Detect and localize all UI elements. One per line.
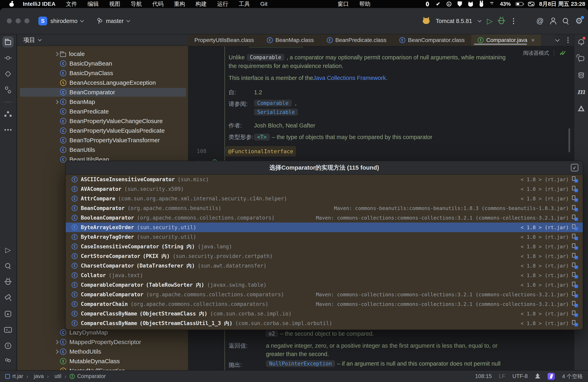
breadcrumb-item[interactable]: › java [23,373,44,380]
database-tool-button[interactable] [576,69,587,80]
breadcrumb-item[interactable]: › Comparator [62,373,106,380]
commit-tool-button[interactable] [2,52,14,63]
run-tool-button[interactable] [2,244,14,256]
lingma-plugin-button[interactable] [576,103,587,114]
tree-item[interactable]: BeanUtils [17,145,188,155]
problems-tool-button[interactable] [2,340,14,351]
editor-scrollbar-thumb[interactable] [568,128,570,152]
ComparableComparator[interactable]: ComparableComparator (TableRowSorter 内) … [66,280,583,290]
editor-tab[interactable]: Comparator.java [471,34,541,46]
run-configuration[interactable]: Tomcat 8.5.81 [436,18,472,24]
zoom-window-button[interactable] [24,18,29,23]
file-encoding[interactable]: UTF-8 [512,373,528,379]
debug-tool-button[interactable] [2,276,14,287]
toolbar-divider[interactable] [2,100,14,103]
settings-gear-icon[interactable] [575,17,583,25]
menu-item[interactable]: 重构 [168,0,190,8]
tray-app-icon-1[interactable] [424,1,430,7]
tray-app-icon-5[interactable] [468,1,474,7]
version-control-tool-button[interactable] [2,356,14,367]
menu-item[interactable]: 文件 [61,0,82,8]
hidden-tabs-chevron-icon[interactable] [555,37,560,42]
editor-tab[interactable]: BeanMap.class [260,34,320,46]
open-in-find-window-icon[interactable] [571,164,578,172]
ComparableComparator[interactable]: ComparableComparator (org.apache.commons… [66,290,583,299]
reader-mode-toggle[interactable]: 阅读器模式 [523,50,567,57]
minimize-window-button[interactable] [16,18,21,23]
tree-item[interactable]: BeanAccessLanguageException [17,78,188,88]
CompareClassByName[interactable]: CompareClassByName (ObjectStreamClassUti… [66,319,583,328]
expand-arrow-icon[interactable] [53,350,60,353]
close-window-button[interactable] [7,18,12,23]
editor-tab[interactable]: PropertyUtilsBean.class [188,34,260,46]
tree-item[interactable]: BasicDynaClass [17,68,188,78]
ComparatorChain[interactable]: ComparatorChain (org.apache.commons.coll… [66,299,583,309]
tree-item[interactable]: BeanComparator [17,88,188,97]
popup-header[interactable]: 选择Comparator的实现方法 (115 found) [66,161,583,175]
run-button[interactable] [487,17,493,25]
expand-arrow-icon[interactable] [53,100,60,103]
menu-item[interactable]: 构建 [190,0,212,8]
Collator[interactable]: Collator (java.text) < 1.8 > (rt.jar) [66,270,583,280]
AVAComparator[interactable]: AVAComparator (sun.security.x509) < 1.8 … [66,184,583,194]
modules-tool-button[interactable] [2,68,14,79]
menu-item[interactable]: 工具 [233,0,255,8]
tray-app-icon-3[interactable] [446,1,452,7]
tree-item[interactable]: locale [17,49,188,59]
tray-app-icon-2[interactable] [435,1,441,7]
serializable-link-chip[interactable]: Serializable [254,109,298,115]
structure-tool-button[interactable] [2,108,14,119]
java-collections-framework-link[interactable]: Java Collections Framework [313,74,386,82]
tree-item[interactable]: BasicDynaBean [17,59,188,68]
tree-item[interactable]: BeanPredicate [17,107,188,116]
tree-item[interactable]: MethodUtils [17,347,188,356]
CaseInsensitiveComparator[interactable]: CaseInsensitiveComparator (String 内) (ja… [66,242,583,251]
maven-tool-button[interactable] [576,86,587,97]
menu-item[interactable]: 帮助 [354,0,376,8]
menu-item[interactable]: Git [255,1,273,7]
expand-arrow-icon[interactable] [53,53,60,56]
code-line-108[interactable]: 108 @FunctionalInterface [188,146,574,156]
menu-item[interactable]: 视图 [104,0,126,8]
search-everywhere-button[interactable] [2,260,14,271]
indent-setting[interactable]: 4 个空格 [562,373,583,380]
comparable-link-chip[interactable]: Comparable [254,100,292,107]
editor-tab[interactable]: BeanComparator.class [393,34,471,46]
project-tool-button[interactable] [2,36,14,48]
build-tool-button[interactable] [2,292,14,304]
more-tools-button[interactable] [2,124,14,135]
lingma-status-icon[interactable] [547,373,555,380]
interface-gutter-icon[interactable] [211,159,218,161]
menu-item[interactable]: 导航 [126,0,147,8]
pine-tree-icon[interactable] [535,373,540,380]
menu-item[interactable]: IntelliJ IDEA [18,1,61,7]
tree-item[interactable]: BeanPropertyValueChangeClosure [17,116,188,126]
tree-item[interactable]: MutableDynaClass [17,356,188,366]
breadcrumb-item[interactable]: rt.jar [5,373,23,379]
code-line-109-clipped[interactable]: 109 public interface Comparator<T> { [188,158,574,161]
terminal-tool-button[interactable] [2,324,14,335]
wifi-icon[interactable] [489,1,495,7]
editor-tab[interactable]: BeanPredicate.class [320,34,393,46]
CharsetComparator[interactable]: CharsetComparator (DataTransferer 内) (su… [66,261,583,270]
menu-item[interactable]: 窗口 [332,0,354,8]
ai-chat-button[interactable] [576,52,587,63]
menu-item[interactable]: 代码 [147,0,168,8]
control-center-icon[interactable] [528,2,534,6]
expand-arrow-icon[interactable] [53,341,60,344]
more-actions-icon[interactable] [510,17,517,25]
caret-position[interactable]: 108:15 [475,373,492,379]
debug-button[interactable] [499,18,504,24]
line-separator[interactable]: LF [499,373,505,379]
notifications-button[interactable] [576,36,587,47]
code-with-me-icon[interactable] [550,18,556,24]
tree-item[interactable]: MappedPropertyDescriptor [17,337,188,347]
project-name[interactable]: shirodemo [50,18,77,24]
menu-bar-clock[interactable]: 8月8日 周五 23:28 [539,0,585,8]
ByteArrayTagOrder[interactable]: ByteArrayTagOrder (sun.security.util) < … [66,232,583,242]
project-panel-header[interactable]: 项目 [17,34,188,46]
tab-options-icon[interactable] [567,39,568,41]
menu-item[interactable]: 运行 [212,0,233,8]
tree-item[interactable]: BeanToPropertyValueTransformer [17,135,188,145]
AttrCompare[interactable]: AttrCompare (com.sun.org.apache.xml.inte… [66,194,583,203]
